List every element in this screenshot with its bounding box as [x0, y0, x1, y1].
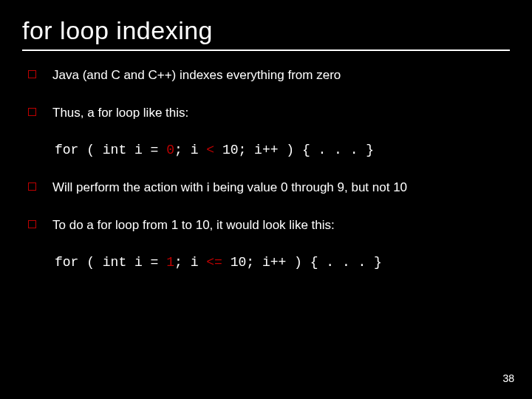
square-bullet-icon: [28, 70, 36, 78]
bullet-item: To do a for loop from 1 to 10, it would …: [28, 217, 510, 234]
bullet-item: Will perform the action with i being val…: [28, 180, 510, 197]
code-highlight: 1: [166, 255, 174, 270]
bullet-text: To do a for loop from 1 to 10, it would …: [52, 217, 510, 234]
square-bullet-icon: [28, 183, 36, 191]
code-line: for ( int i = 0; i < 10; i++ ) { . . . }: [55, 143, 510, 157]
slide: for loop indexing Java (and C and C++) i…: [0, 0, 532, 399]
code-text: for ( int i =: [55, 255, 166, 270]
slide-body: Java (and C and C++) indexes everything …: [22, 51, 510, 270]
square-bullet-icon: [28, 108, 36, 116]
square-bullet-icon: [28, 220, 36, 228]
code-highlight: 0: [166, 143, 174, 157]
bullet-text: Will perform the action with i being val…: [52, 180, 510, 197]
bullet-text: Java (and C and C++) indexes everything …: [52, 67, 510, 84]
bullet-text: Thus, a for loop like this:: [52, 105, 510, 122]
bullet-item: Thus, a for loop like this:: [28, 105, 510, 122]
code-text: for ( int i =: [55, 143, 166, 157]
code-text: ; i: [174, 255, 206, 270]
code-highlight: <=: [206, 255, 222, 270]
page-number: 38: [502, 372, 514, 384]
code-text: 10; i++ ) { . . . }: [214, 143, 374, 157]
code-line: for ( int i = 1; i <= 10; i++ ) { . . . …: [55, 255, 510, 270]
bullet-item: Java (and C and C++) indexes everything …: [28, 67, 510, 84]
code-text: 10; i++ ) { . . . }: [222, 255, 382, 270]
code-highlight: <: [206, 143, 214, 157]
slide-title: for loop indexing: [22, 16, 510, 45]
code-text: ; i: [174, 143, 206, 157]
